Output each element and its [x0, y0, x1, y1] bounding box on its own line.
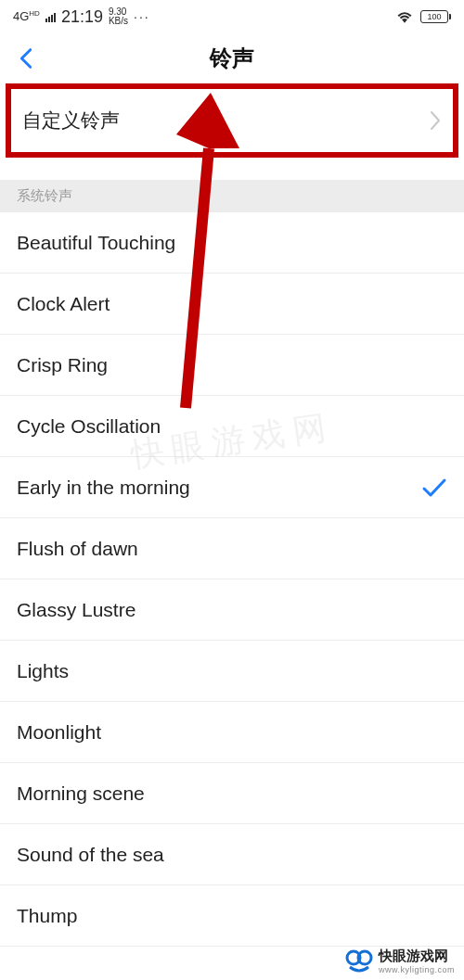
ringtone-item[interactable]: Sound of the sea: [0, 824, 464, 885]
ringtone-item[interactable]: Flush of dawn: [0, 518, 464, 579]
status-bar: 4GHD 21:19 9.30 KB/s ··· 100: [0, 0, 464, 33]
ringtone-label: Glassy Lustre: [17, 599, 447, 621]
ringtone-item[interactable]: Glassy Lustre: [0, 579, 464, 641]
wifi-icon: [396, 10, 413, 23]
status-more-icon: ···: [134, 9, 150, 24]
ringtone-label: Lights: [17, 660, 447, 682]
page-title: 铃声: [0, 44, 464, 73]
custom-ringtone-row[interactable]: 自定义铃声: [6, 83, 458, 158]
ringtone-label: Clock Alert: [17, 293, 447, 315]
watermark-url: www.kyligting.com: [379, 965, 455, 974]
ringtone-label: Morning scene: [17, 783, 447, 805]
status-right: 100: [396, 10, 451, 23]
network-type: 4GHD: [13, 9, 40, 23]
ringtone-label: Beautiful Touching: [17, 232, 447, 254]
ringtone-label: Moonlight: [17, 721, 447, 744]
custom-ringtone-label: 自定义铃声: [22, 108, 429, 134]
watermark: 快眼游戏网 www.kyligting.com: [345, 947, 455, 974]
back-icon[interactable]: [13, 45, 39, 71]
ringtone-list: Beautiful TouchingClock AlertCrisp RingC…: [0, 212, 464, 947]
ringtone-label: Flush of dawn: [17, 538, 447, 560]
ringtone-item[interactable]: Clock Alert: [0, 274, 464, 335]
section-header-system: 系统铃声: [0, 180, 464, 212]
ringtone-item[interactable]: Early in the morning: [0, 457, 464, 518]
status-time: 21:19: [61, 7, 103, 27]
ringtone-item[interactable]: Cycle Oscillation: [0, 396, 464, 457]
ringtone-item[interactable]: Morning scene: [0, 763, 464, 824]
watermark-logo-icon: [345, 947, 373, 974]
ringtone-label: Cycle Oscillation: [17, 415, 447, 438]
ringtone-label: Early in the morning: [17, 477, 421, 499]
status-speed: 9.30 KB/s: [109, 7, 128, 26]
ringtone-item[interactable]: Moonlight: [0, 702, 464, 763]
page-header: 铃声: [0, 33, 464, 83]
ringtone-item[interactable]: Beautiful Touching: [0, 212, 464, 274]
ringtone-item[interactable]: Thump: [0, 885, 464, 947]
ringtone-label: Sound of the sea: [17, 844, 447, 866]
checkmark-icon: [421, 477, 447, 498]
ringtone-item[interactable]: Crisp Ring: [0, 335, 464, 396]
watermark-title: 快眼游戏网: [379, 948, 455, 965]
watermark-text: 快眼游戏网 www.kyligting.com: [379, 948, 455, 974]
status-left: 4GHD 21:19 9.30 KB/s ···: [13, 7, 150, 27]
signal-icon: [45, 11, 56, 22]
ringtone-label: Crisp Ring: [17, 354, 447, 376]
battery-icon: 100: [420, 10, 451, 23]
ringtone-item[interactable]: Lights: [0, 641, 464, 702]
chevron-right-icon: [429, 110, 442, 131]
ringtone-label: Thump: [17, 905, 447, 927]
